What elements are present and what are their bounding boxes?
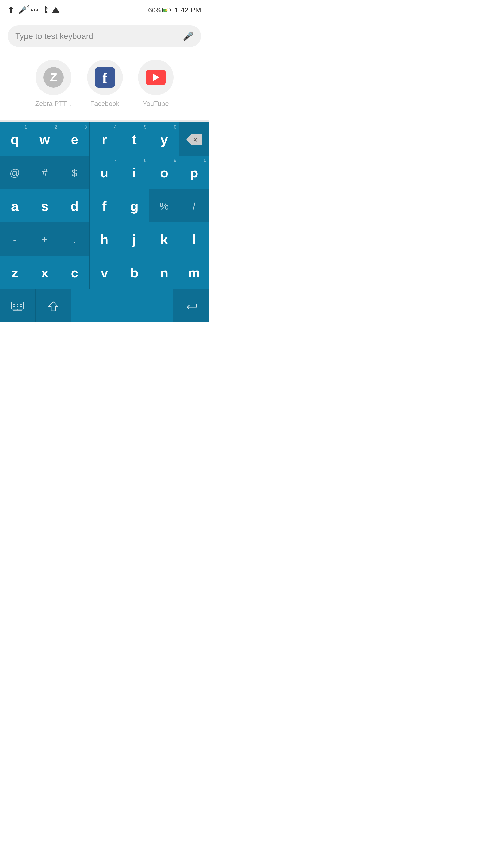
svg-rect-10 (20, 306, 22, 307)
key-a-letter: a (11, 199, 19, 213)
svg-rect-5 (13, 304, 15, 305)
search-bar[interactable]: Type to test keyboard 🎤 (8, 26, 201, 47)
mic-badge-wrap: 🎤 4 (18, 6, 27, 14)
search-area: Type to test keyboard 🎤 (0, 20, 209, 50)
key-w[interactable]: 2 w (30, 122, 60, 156)
keyboard-row-4: - + . h j k l (0, 222, 209, 256)
key-hash[interactable]: # (30, 156, 60, 189)
key-r-letter: r (102, 133, 107, 146)
key-y[interactable]: 6 y (149, 122, 179, 156)
zebra-label: Zebra PTT... (35, 100, 71, 108)
key-keyboard-toggle[interactable] (0, 289, 36, 322)
facebook-label: Facebook (90, 100, 119, 108)
key-q[interactable]: 1 q (0, 122, 30, 156)
key-h-letter: h (100, 233, 109, 246)
key-g[interactable]: g (119, 189, 149, 222)
key-v-letter: v (101, 266, 108, 279)
key-r[interactable]: 4 r (90, 122, 119, 156)
key-n[interactable]: n (149, 256, 179, 289)
key-c-letter: c (71, 266, 78, 279)
key-a[interactable]: a (0, 189, 30, 222)
key-x[interactable]: x (30, 256, 60, 289)
keyboard-divider (0, 120, 209, 122)
key-p-num: 0 (204, 158, 206, 163)
key-space[interactable] (71, 289, 174, 322)
key-shift[interactable] (36, 289, 71, 322)
facebook-icon-wrap: f (87, 60, 123, 95)
key-e[interactable]: 3 e (60, 122, 90, 156)
key-c[interactable]: c (60, 256, 90, 289)
key-o[interactable]: 9 o (149, 156, 179, 189)
zebra-letter-icon: Z (43, 67, 64, 88)
key-p[interactable]: 0 p (179, 156, 209, 189)
key-j-letter: j (133, 233, 136, 246)
key-dot-symbol: . (73, 234, 76, 245)
key-e-letter: e (71, 133, 78, 146)
mic-input-icon[interactable]: 🎤 (183, 31, 194, 41)
key-w-num: 2 (55, 124, 57, 130)
key-i[interactable]: 8 i (119, 156, 149, 189)
svg-rect-8 (13, 306, 15, 307)
wifi-icon (52, 7, 60, 13)
key-j[interactable]: j (119, 222, 149, 255)
key-k-letter: k (161, 233, 168, 246)
zebra-icon-wrap: Z (36, 60, 71, 95)
youtube-play-icon (146, 70, 166, 85)
key-y-letter: y (161, 133, 168, 146)
app-suggestion-youtube[interactable]: YouTube (138, 60, 174, 108)
key-m[interactable]: m (179, 256, 209, 289)
keyboard-bottom-row (0, 289, 209, 322)
key-t-num: 5 (144, 124, 146, 130)
key-s[interactable]: s (30, 189, 60, 222)
key-t-letter: t (132, 133, 137, 146)
key-d[interactable]: d (60, 189, 90, 222)
key-g-letter: g (130, 199, 138, 213)
battery-percentage: 60% (148, 6, 162, 14)
charging-icon: ⚡ (164, 8, 168, 12)
key-l[interactable]: l (179, 222, 209, 255)
app-suggestion-facebook[interactable]: f Facebook (87, 60, 123, 108)
key-p-letter: p (190, 166, 198, 180)
facebook-f-icon: f (95, 67, 115, 88)
key-plus-symbol: + (42, 234, 48, 245)
key-percent[interactable]: % (149, 189, 179, 222)
key-plus[interactable]: + (30, 222, 60, 255)
svg-rect-7 (20, 304, 22, 305)
key-t[interactable]: 5 t (119, 122, 149, 156)
key-backspace[interactable]: ✕ (179, 122, 209, 156)
key-v[interactable]: v (90, 256, 119, 289)
key-slash[interactable]: / (179, 189, 209, 222)
svg-marker-2 (52, 7, 60, 13)
keyboard: 1 q 2 w 3 e 4 r 5 t 6 y ✕ (0, 122, 209, 322)
key-h[interactable]: h (90, 222, 119, 255)
key-dot[interactable]: . (60, 222, 90, 255)
app-suggestion-zebra[interactable]: Z Zebra PTT... (35, 60, 71, 108)
battery-icon: ⚡ (163, 8, 170, 12)
key-q-letter: q (11, 133, 19, 146)
key-minus[interactable]: - (0, 222, 30, 255)
key-z-letter: z (11, 266, 18, 279)
key-at[interactable]: @ (0, 156, 30, 189)
key-u-num: 7 (114, 158, 117, 163)
key-s-letter: s (41, 199, 48, 213)
key-dollar[interactable]: $ (60, 156, 90, 189)
svg-rect-9 (17, 306, 18, 307)
key-at-symbol: @ (10, 167, 20, 179)
key-m-letter: m (188, 266, 200, 279)
key-dollar-symbol: $ (72, 167, 78, 179)
key-f[interactable]: f (90, 189, 119, 222)
key-o-num: 9 (174, 158, 176, 163)
key-o-letter: o (160, 166, 168, 180)
key-enter[interactable] (173, 289, 209, 322)
key-y-num: 6 (174, 124, 176, 130)
youtube-icon-wrap (138, 60, 174, 95)
key-k[interactable]: k (149, 222, 179, 255)
key-b[interactable]: b (119, 256, 149, 289)
key-slash-symbol: / (193, 200, 195, 212)
key-u[interactable]: 7 u (90, 156, 119, 189)
key-z[interactable]: z (0, 256, 30, 289)
svg-text:✕: ✕ (193, 137, 197, 143)
key-q-num: 1 (24, 124, 27, 130)
key-i-letter: i (133, 166, 136, 180)
youtube-label: YouTube (143, 100, 169, 108)
